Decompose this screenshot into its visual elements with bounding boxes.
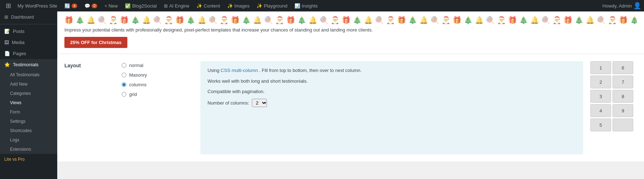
comments-button[interactable]: 💬 0 [81,0,101,11]
grid-row: 49 [590,104,637,117]
new-button[interactable]: + New [101,0,121,11]
sidebar-item-shortcodes[interactable]: Shortcodes [0,126,57,135]
updates-button[interactable]: 🔄 4 [61,0,81,11]
sidebar-item-add-new[interactable]: Add New [0,79,57,89]
pages-label: Pages [13,51,26,56]
grid-number-button[interactable]: 3 [590,90,611,103]
deco-item: 🔔 [197,16,206,24]
form-label: Form [10,110,20,115]
insights-label: Insights [302,3,318,9]
sidebar-item-posts[interactable]: 📝 Posts [0,26,57,37]
grid-number-button[interactable]: 2 [590,76,611,88]
sidebar-item-logs[interactable]: Logs [0,135,57,145]
col-select-row: Number of columns: 1 2 3 4 5 6 ▼ [208,99,576,107]
sidebar-item-pages[interactable]: 📄 Pages [0,48,57,59]
deco-item: 🎄 [75,16,84,24]
promo-button[interactable]: 25% OFF for Christmas [64,37,127,48]
deco-item: 🍭 [319,16,328,24]
top-bar-right: Howdy, Admin 👤 [602,2,641,10]
deco-item: 🎁 [120,16,129,24]
grid-number-button[interactable]: 4 [590,104,611,117]
media-icon: 🖼 [4,40,9,45]
testimonials-label: Testimonials [13,62,39,67]
images-nav[interactable]: ✨ Images [224,0,253,11]
deco-item: 🍭 [486,16,495,24]
blog2social-nav[interactable]: ✅ Blog2Social [121,0,160,11]
sidebar-item-lite-vs-pro[interactable]: Lite vs Pro [0,154,57,165]
deco-item: 🎅 [164,16,173,24]
ai-engine-nav[interactable]: ⊞ AI Engine [160,0,193,11]
deco-item: 🍭 [375,16,384,24]
sidebar-item-all-testimonials[interactable]: All Testimonials [0,70,57,79]
deco-item: 🎁 [231,16,240,24]
radio-normal[interactable] [122,63,126,68]
radio-columns-label: columns [129,82,146,87]
deco-item: 🔔 [142,16,151,24]
deco-item: 🎁 [453,16,462,24]
pages-icon: 📄 [4,51,10,56]
promo-decorations: 🎁🎄🔔🍭🎅🎁🎄🔔🍭🎅🎁🎄🔔🍭🎅🎁🎄🔔🍭🎅🎁🎄🔔🍭🎅🎁🎄🔔🍭🎅🎁🎄🔔🍭🎅🎁🎄🔔🍭🎅… [64,16,637,24]
comments-count: 0 [92,4,97,8]
radio-masonry[interactable] [122,73,126,77]
grid-numbers: 162738495 [590,61,637,154]
ai-engine-icon: ⊞ [164,3,168,9]
sidebar-item-dashboard[interactable]: ⊞ Dashboard [0,11,57,23]
css-multicolumn-link[interactable]: CSS multi-column [221,68,258,73]
blog2social-label: Blog2Social [132,3,157,9]
updates-count: 4 [72,4,77,8]
site-name-label: My WordPress Site [18,3,57,9]
deco-item: 🎅 [220,16,229,24]
settings-label: Settings [10,119,25,124]
content-label: Content [204,3,220,9]
admin-avatar[interactable]: 👤 [633,2,641,10]
layout-info-line1-post: . Fill from top to bottom, then over to … [259,68,362,73]
deco-item: 🍭 [153,16,162,24]
sidebar-item-categories[interactable]: Categories [0,89,57,98]
grid-number-button[interactable]: 5 [590,118,611,131]
deco-item: 🎅 [386,16,395,24]
sidebar-item-extensions[interactable]: Extensions [0,145,57,154]
site-name[interactable]: My WordPress Site [14,0,61,11]
insights-nav[interactable]: 📊 Insights [291,0,321,11]
layout-section-label: Layout [64,61,122,154]
sidebar-item-media[interactable]: 🖼 Media [0,37,57,48]
deco-item: 🍭 [98,16,107,24]
sidebar-item-form[interactable]: Form [0,107,57,117]
grid-number-button[interactable]: 6 [613,61,633,74]
deco-item: 🎁 [397,16,406,24]
views-label: Views [10,100,21,105]
top-bar-left: ⊞ My WordPress Site 🔄 4 💬 0 + New ✅ Blog… [3,0,321,11]
deco-item: 🍭 [209,16,218,24]
radio-columns[interactable] [122,82,126,87]
deco-item: 🎄 [630,16,637,24]
grid-number-button[interactable]: 9 [613,104,633,117]
grid-number-button[interactable]: 7 [613,76,633,88]
updates-icon: 🔄 [64,3,70,9]
content-nav[interactable]: ✨ Content [193,0,224,11]
layout-info-line2: Works well with both long and short test… [208,78,576,85]
radio-option-columns[interactable]: columns [122,82,193,87]
deco-item: 🎄 [186,16,195,24]
deco-item: 🔔 [530,16,539,24]
grid-number-button[interactable]: 8 [613,90,633,103]
playground-nav[interactable]: ✨ Playground [253,0,291,11]
sidebar-item-views[interactable]: Views [0,98,57,107]
radio-option-masonry[interactable]: Masonry [122,72,193,78]
playground-label: Playground [264,3,287,9]
radio-option-normal[interactable]: normal [122,63,193,68]
radio-grid[interactable] [122,92,126,97]
col-count-select[interactable]: 1 2 3 4 5 6 [252,99,267,107]
deco-item: 🎅 [497,16,506,24]
radio-option-grid[interactable]: grid [122,92,193,97]
grid-number-button[interactable] [613,118,633,131]
layout-info-line3: Compatible with pagination. [208,88,576,95]
sidebar-divider-1 [0,24,57,24]
dashboard-icon: ⊞ [4,14,8,20]
wp-logo[interactable]: ⊞ [3,0,14,11]
deco-item: 🎁 [175,16,184,24]
sidebar-item-testimonials[interactable]: ⭐ Testimonials [0,59,57,70]
sidebar: ⊞ Dashboard 📝 Posts 🖼 Media 📄 Pages ⭐ Te… [0,11,57,179]
sidebar-item-settings[interactable]: Settings [0,117,57,126]
grid-number-button[interactable]: 1 [590,61,611,74]
deco-item: 🎁 [342,16,351,24]
